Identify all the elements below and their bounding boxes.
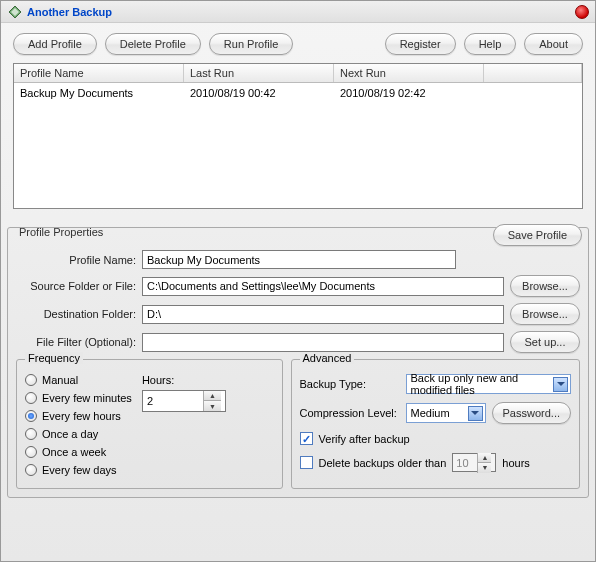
help-button[interactable]: Help xyxy=(464,33,517,55)
browse-destination-button[interactable]: Browse... xyxy=(510,303,580,325)
profile-name-input[interactable] xyxy=(142,250,456,269)
radio-minutes-dot xyxy=(25,392,37,404)
radio-every-few-days[interactable]: Every few days xyxy=(25,464,132,476)
destination-label: Destination Folder: xyxy=(16,308,136,320)
filter-input[interactable] xyxy=(142,333,504,352)
browse-source-button[interactable]: Browse... xyxy=(510,275,580,297)
profiles-table[interactable]: Profile Name Last Run Next Run Backup My… xyxy=(13,63,583,209)
about-button[interactable]: About xyxy=(524,33,583,55)
radio-once-a-week[interactable]: Once a week xyxy=(25,446,132,458)
age-down-icon[interactable]: ▼ xyxy=(478,463,491,473)
source-input[interactable] xyxy=(142,277,504,296)
col-last-run[interactable]: Last Run xyxy=(184,64,334,82)
compression-select[interactable]: Medium xyxy=(406,403,486,423)
run-profile-button[interactable]: Run Profile xyxy=(209,33,293,55)
cell-profile-name: Backup My Documents xyxy=(14,85,184,101)
cell-next-run: 2010/08/19 02:42 xyxy=(334,85,484,101)
radio-every-few-minutes[interactable]: Every few minutes xyxy=(25,392,132,404)
app-title: Another Backup xyxy=(27,6,575,18)
col-profile-name[interactable]: Profile Name xyxy=(14,64,184,82)
radio-hours-dot xyxy=(25,410,37,422)
table-header: Profile Name Last Run Next Run xyxy=(14,64,582,83)
radio-once-a-day[interactable]: Once a day xyxy=(25,428,132,440)
app-window: Another Backup Add Profile Delete Profil… xyxy=(0,0,596,562)
filter-label: File Filter (Optional): xyxy=(16,336,136,348)
app-icon xyxy=(7,4,23,20)
delete-age-stepper[interactable]: ▲▼ xyxy=(452,453,496,472)
frequency-legend: Frequency xyxy=(25,352,83,364)
profile-properties-legend: Profile Properties xyxy=(16,226,106,238)
radio-days-dot xyxy=(25,464,37,476)
titlebar: Another Backup xyxy=(1,1,595,23)
destination-input[interactable] xyxy=(142,305,504,324)
delete-age-input[interactable] xyxy=(453,456,477,470)
verify-label: Verify after backup xyxy=(319,433,410,445)
chevron-down-icon xyxy=(553,377,568,392)
table-row[interactable]: Backup My Documents 2010/08/19 00:42 201… xyxy=(14,83,582,103)
hours-down-icon[interactable]: ▼ xyxy=(204,401,221,411)
radio-manual-dot xyxy=(25,374,37,386)
hours-up-icon[interactable]: ▲ xyxy=(204,391,221,401)
verify-checkbox[interactable] xyxy=(300,432,313,445)
compression-label: Compression Level: xyxy=(300,407,400,419)
setup-filter-button[interactable]: Set up... xyxy=(510,331,580,353)
source-label: Source Folder or File: xyxy=(16,280,136,292)
cell-last-run: 2010/08/19 00:42 xyxy=(184,85,334,101)
register-button[interactable]: Register xyxy=(385,33,456,55)
chevron-down-icon xyxy=(468,406,483,421)
delete-backups-checkbox[interactable] xyxy=(300,456,313,469)
col-next-run[interactable]: Next Run xyxy=(334,64,484,82)
radio-week-dot xyxy=(25,446,37,458)
advanced-legend: Advanced xyxy=(300,352,355,364)
radio-day-dot xyxy=(25,428,37,440)
backup-type-label: Backup Type: xyxy=(300,378,400,390)
profile-properties-group: Profile Properties Save Profile Profile … xyxy=(7,227,589,498)
hours-label: Hours: xyxy=(142,374,226,386)
hours-stepper[interactable]: ▲▼ xyxy=(142,390,226,412)
toolbar: Add Profile Delete Profile Run Profile R… xyxy=(1,23,595,63)
add-profile-button[interactable]: Add Profile xyxy=(13,33,97,55)
backup-type-select[interactable]: Back up only new and modified files xyxy=(406,374,571,394)
col-blank xyxy=(484,64,582,82)
password-button[interactable]: Password... xyxy=(492,402,571,424)
radio-manual[interactable]: Manual xyxy=(25,374,132,386)
delete-backups-label: Delete backups older than xyxy=(319,457,447,469)
hours-input[interactable] xyxy=(143,393,203,409)
frequency-group: Frequency Manual Every few minutes Every… xyxy=(16,359,283,489)
close-icon[interactable] xyxy=(575,5,589,19)
save-profile-button[interactable]: Save Profile xyxy=(493,224,582,246)
profile-name-label: Profile Name: xyxy=(16,254,136,266)
age-up-icon[interactable]: ▲ xyxy=(478,453,491,463)
radio-every-few-hours[interactable]: Every few hours xyxy=(25,410,132,422)
advanced-group: Advanced Backup Type: Back up only new a… xyxy=(291,359,580,489)
delete-profile-button[interactable]: Delete Profile xyxy=(105,33,201,55)
delete-age-unit: hours xyxy=(502,457,530,469)
